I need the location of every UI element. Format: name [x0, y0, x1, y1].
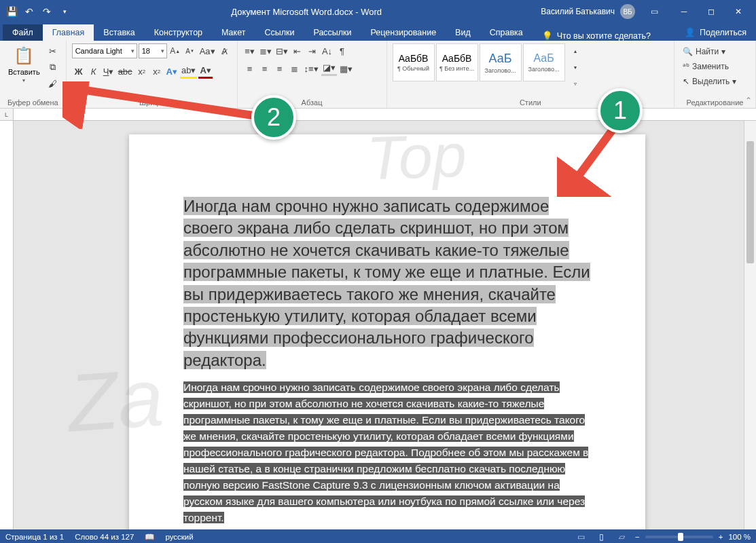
document-scroll-area[interactable]: Иногда нам срочно нужно записать содержи… — [14, 121, 744, 529]
strikethrough-icon[interactable]: abc — [117, 64, 134, 79]
italic-icon[interactable]: К — [87, 64, 101, 79]
annotation-arrow-2 — [62, 81, 259, 129]
quick-access-toolbar: 💾 ↶ ↷ ▾ — [4, 4, 72, 19]
zoom-out-icon[interactable]: − — [635, 533, 640, 541]
undo-icon[interactable]: ↶ — [22, 4, 37, 19]
vertical-scrollbar[interactable] — [744, 121, 756, 529]
tab-mailings[interactable]: Рассылки — [304, 24, 361, 41]
minimize-icon[interactable]: ─ — [670, 0, 698, 23]
view-web-icon[interactable]: ▱ — [615, 531, 630, 543]
format-painter-icon[interactable]: 🖌 — [46, 76, 60, 91]
style-heading1[interactable]: АаБ Заголово... — [480, 43, 522, 81]
superscript-icon[interactable]: x2 — [150, 64, 164, 79]
align-right-icon[interactable]: ≡ — [273, 61, 287, 76]
zoom-thumb[interactable] — [678, 533, 683, 541]
shrink-font-icon[interactable]: A▼ — [183, 43, 197, 58]
collapse-ribbon-icon[interactable]: ⌃ — [745, 96, 752, 105]
group-paragraph: ≡▾ ≣▾ ⊟▾ ⇤ ⇥ A↓ ¶ ≡ ≡ ≡ ≣ ↕≡▾ ◪▾ ▦▾ Абза… — [238, 41, 387, 108]
text-effects-icon[interactable]: A▾ — [165, 64, 179, 79]
align-left-icon[interactable]: ≡ — [243, 61, 257, 76]
align-center-icon[interactable]: ≡ — [258, 61, 272, 76]
window-title: Документ Microsoft Word.docx - Word — [72, 7, 541, 17]
bold-icon[interactable]: Ж — [72, 64, 86, 79]
increase-indent-icon[interactable]: ⇥ — [306, 43, 319, 58]
style-no-spacing[interactable]: АаБбВ ¶ Без инте... — [436, 43, 478, 81]
highlight-icon[interactable]: ab▾ — [180, 64, 197, 79]
multilevel-icon[interactable]: ⊟▾ — [274, 43, 289, 58]
maximize-icon[interactable]: ◻ — [698, 0, 725, 23]
styles-more-up-icon[interactable]: ▴ — [568, 43, 583, 58]
spellcheck-icon[interactable]: 📖 — [145, 532, 154, 542]
zoom-in-icon[interactable]: + — [719, 533, 723, 541]
tab-review[interactable]: Рецензирование — [361, 24, 446, 41]
borders-icon[interactable]: ▦▾ — [338, 61, 354, 76]
paste-button[interactable]: 📋 Вставить ▾ — [5, 43, 43, 85]
replace-button[interactable]: ᵃᵇЗаменить — [680, 60, 739, 73]
select-icon: ↖ — [683, 77, 689, 86]
style-heading2[interactable]: АаБ Заголово... — [523, 43, 565, 81]
document-paragraph-2[interactable]: Иногда нам срочно нужно записать содержи… — [183, 379, 591, 526]
save-icon[interactable]: 💾 — [4, 4, 19, 19]
group-editing-label: Редактирование — [680, 97, 750, 108]
styles-gallery[interactable]: АаБбВ ¶ Обычный АаБбВ ¶ Без инте... АаБ … — [393, 43, 565, 81]
justify-icon[interactable]: ≣ — [288, 61, 302, 76]
zoom-slider[interactable] — [645, 536, 713, 538]
change-case-icon[interactable]: Aa▾ — [198, 43, 217, 58]
share-label: Поделиться — [700, 28, 746, 37]
document-paragraph-1[interactable]: Иногда нам срочно нужно записать содержи… — [183, 195, 591, 371]
status-page[interactable]: Страница 1 из 1 — [5, 533, 64, 541]
status-zoom[interactable]: 100 % — [728, 533, 751, 541]
sort-icon[interactable]: A↓ — [321, 43, 334, 58]
share-button[interactable]: 👤 Поделиться — [675, 24, 756, 41]
status-language[interactable]: русский — [165, 533, 193, 541]
lightbulb-icon: 💡 — [542, 31, 553, 41]
show-marks-icon[interactable]: ¶ — [336, 43, 349, 58]
tab-view[interactable]: Вид — [446, 24, 480, 41]
styles-expand-icon[interactable]: ▿ — [568, 76, 583, 91]
copy-icon[interactable]: ⧉ — [46, 60, 60, 75]
share-icon: 👤 — [685, 27, 696, 37]
svg-line-1 — [72, 88, 253, 115]
underline-icon[interactable]: Ч▾ — [102, 64, 115, 79]
vertical-ruler[interactable] — [0, 121, 14, 529]
svg-line-3 — [571, 122, 618, 187]
bullets-icon[interactable]: ≡▾ — [243, 43, 257, 58]
qat-customize-icon[interactable]: ▾ — [57, 4, 72, 19]
subscript-icon[interactable]: x2 — [135, 64, 149, 79]
grow-font-icon[interactable]: A▲ — [168, 43, 182, 58]
group-editing: 🔍Найти ▾ ᵃᵇЗаменить ↖Выделить ▾ Редактир… — [674, 41, 756, 108]
shading-icon[interactable]: ◪▾ — [321, 61, 337, 76]
tell-me-search[interactable]: 💡 Что вы хотите сделать? — [533, 31, 660, 41]
line-spacing-icon[interactable]: ↕≡▾ — [303, 61, 320, 76]
numbering-icon[interactable]: ≣▾ — [258, 43, 273, 58]
font-color-icon[interactable]: A▾ — [198, 64, 212, 79]
tab-selector[interactable]: L — [0, 109, 14, 120]
user-avatar[interactable]: ВБ — [620, 4, 635, 19]
font-name-combo[interactable]: Candara Light — [72, 43, 137, 58]
ribbon-options-icon[interactable]: ▭ — [641, 0, 668, 23]
replace-icon: ᵃᵇ — [683, 62, 689, 71]
decrease-indent-icon[interactable]: ⇤ — [291, 43, 304, 58]
tab-home[interactable]: Главная — [43, 24, 94, 41]
style-normal[interactable]: АаБбВ ¶ Обычный — [393, 43, 435, 81]
tab-design[interactable]: Конструктор — [145, 24, 212, 41]
view-read-icon[interactable]: ▭ — [574, 531, 589, 543]
tab-references[interactable]: Ссылки — [255, 24, 304, 41]
close-icon[interactable]: ✕ — [725, 0, 752, 23]
find-button[interactable]: 🔍Найти ▾ — [680, 45, 739, 58]
group-clipboard: 📋 Вставить ▾ ✂ ⧉ 🖌 Буфер обмена — [0, 41, 67, 108]
cut-icon[interactable]: ✂ — [46, 43, 60, 58]
tab-insert[interactable]: Вставка — [94, 24, 144, 41]
status-wordcount[interactable]: Слово 44 из 127 — [75, 533, 134, 541]
tab-layout[interactable]: Макет — [212, 24, 255, 41]
tab-file[interactable]: Файл — [3, 24, 43, 41]
view-print-icon[interactable]: ▯ — [594, 531, 609, 543]
tab-help[interactable]: Справка — [480, 24, 533, 41]
select-button[interactable]: ↖Выделить ▾ — [680, 75, 739, 88]
font-size-combo[interactable]: 18 — [139, 43, 167, 58]
clear-format-icon[interactable]: A̷ — [218, 43, 232, 58]
user-area: Василий Батькавич ВБ ▭ — [541, 0, 670, 23]
redo-icon[interactable]: ↷ — [39, 4, 54, 19]
scroll-thumb[interactable] — [746, 141, 754, 263]
styles-more-down-icon[interactable]: ▾ — [568, 60, 583, 75]
